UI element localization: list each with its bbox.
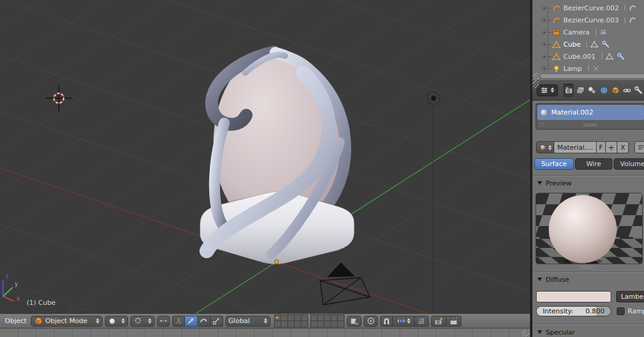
- viewport-canvas[interactable]: [0, 0, 531, 313]
- move-button[interactable]: [185, 316, 198, 327]
- tab-constraints[interactable]: [622, 84, 632, 97]
- expand-icon[interactable]: [541, 29, 548, 36]
- tab-render-layers[interactable]: [575, 84, 585, 97]
- layer-cell[interactable]: [288, 315, 294, 321]
- outliner-row[interactable]: Lamp: [532, 62, 644, 75]
- datablock-extra-button[interactable]: [634, 141, 644, 153]
- ramp-checkbox[interactable]: [617, 307, 625, 315]
- layer-cell[interactable]: [281, 315, 287, 321]
- diffuse-intensity-slider[interactable]: Intensity: 0.800: [536, 306, 611, 316]
- scale-button[interactable]: [210, 316, 223, 327]
- tab-volume[interactable]: Volume: [614, 158, 644, 170]
- mesh-data-icon[interactable]: [605, 52, 614, 61]
- resize-corner[interactable]: [522, 330, 529, 336]
- layer-cell[interactable]: [311, 321, 317, 327]
- tab-world[interactable]: [599, 84, 609, 97]
- layer-cell[interactable]: [281, 321, 287, 327]
- expand-icon[interactable]: [541, 17, 548, 24]
- fake-user-button[interactable]: F: [597, 141, 606, 153]
- layer-cell[interactable]: [295, 321, 301, 327]
- curve-data-icon[interactable]: [628, 4, 637, 12]
- proportional-edit-button[interactable]: [364, 316, 378, 327]
- lock-to-scene-button[interactable]: [347, 316, 361, 327]
- outliner-row[interactable]: BezierCurve.003: [532, 14, 644, 26]
- snap-element-dropdown[interactable]: [393, 316, 415, 327]
- modifier-wrench-icon[interactable]: [602, 40, 610, 48]
- layer-cell[interactable]: [275, 315, 281, 321]
- tab-scene[interactable]: [587, 84, 597, 97]
- specular-section-header[interactable]: Specular: [537, 327, 575, 337]
- expand-icon[interactable]: [541, 53, 548, 60]
- mode-selector[interactable]: Object Mode: [31, 316, 102, 327]
- layers-grid-1[interactable]: [274, 315, 308, 327]
- add-slot-icon[interactable]: [538, 121, 545, 128]
- diffuse-shader-dropdown[interactable]: Lambert: [616, 291, 644, 302]
- outliner-hscrollbar[interactable]: [540, 73, 644, 79]
- layer-cell[interactable]: [331, 321, 337, 327]
- preview-section-header[interactable]: Preview: [537, 178, 572, 188]
- pivot-selector[interactable]: [130, 316, 155, 327]
- viewport-shading-selector[interactable]: [105, 316, 128, 327]
- outliner-row[interactable]: BezierCurve.002: [532, 2, 644, 14]
- layer-cell[interactable]: [318, 321, 324, 327]
- timeline-strip[interactable]: [0, 328, 531, 337]
- 3d-viewport[interactable]: z y x (1) Cube: [0, 0, 531, 313]
- translate-axes-button[interactable]: [172, 316, 185, 327]
- opengl-render-anim-button[interactable]: [446, 316, 461, 327]
- diffuse-color-swatch[interactable]: [536, 291, 611, 302]
- tab-surface[interactable]: Surface: [534, 158, 574, 170]
- lamp-data-icon[interactable]: [592, 64, 600, 73]
- add-material-button[interactable]: +: [606, 141, 617, 153]
- editor-type-selector[interactable]: [537, 84, 558, 96]
- layer-cell[interactable]: [288, 321, 294, 327]
- browse-material-button[interactable]: [536, 141, 554, 153]
- layer-cell[interactable]: [318, 315, 324, 321]
- object-name[interactable]: Lamp: [563, 65, 582, 73]
- expand-icon[interactable]: [541, 41, 548, 48]
- layer-cell[interactable]: [301, 321, 307, 327]
- expand-icon[interactable]: [541, 65, 548, 72]
- tab-modifiers[interactable]: [634, 84, 644, 97]
- resize-corner[interactable]: [532, 80, 539, 88]
- outliner-row[interactable]: Cube.001: [532, 50, 644, 62]
- unlink-material-button[interactable]: X: [617, 141, 629, 153]
- layer-cell[interactable]: [324, 321, 330, 327]
- layer-cell[interactable]: [338, 315, 344, 321]
- outliner-row[interactable]: Camera: [532, 26, 644, 38]
- orientation-selector[interactable]: Global: [226, 316, 270, 327]
- snap-target-button[interactable]: [415, 316, 429, 327]
- material-slot-selected[interactable]: Material.002: [537, 105, 644, 120]
- snap-toggle-button[interactable]: [380, 316, 393, 327]
- outliner-row-selected[interactable]: Cube: [532, 38, 644, 50]
- layer-cell[interactable]: [311, 315, 317, 321]
- resize-corner[interactable]: [533, 73, 539, 79]
- object-name[interactable]: BezierCurve.003: [563, 16, 619, 24]
- layer-cell[interactable]: [275, 321, 281, 327]
- list-resize-grip[interactable]: [583, 124, 597, 127]
- layers-grid-2[interactable]: [310, 315, 344, 327]
- material-name-field[interactable]: Material....: [554, 141, 597, 153]
- opengl-render-button[interactable]: [431, 316, 446, 327]
- object-name[interactable]: Cube: [563, 41, 580, 48]
- tab-wire[interactable]: Wire: [575, 158, 612, 170]
- object-name[interactable]: BezierCurve.002: [563, 4, 619, 12]
- camera-data-icon[interactable]: [599, 28, 608, 36]
- manipulator-toggle-button[interactable]: [157, 316, 170, 327]
- curve-data-icon[interactable]: [628, 16, 637, 24]
- diffuse-section-header[interactable]: Diffuse: [537, 275, 569, 284]
- tab-object[interactable]: [610, 84, 620, 97]
- preview-resize-grip[interactable]: [580, 266, 593, 270]
- mesh-data-icon[interactable]: [590, 40, 599, 48]
- rotate-button[interactable]: [198, 316, 210, 327]
- layer-cell[interactable]: [324, 315, 330, 321]
- modifier-wrench-icon[interactable]: [617, 52, 625, 61]
- layer-cell[interactable]: [301, 315, 307, 321]
- object-name[interactable]: Camera: [563, 28, 589, 36]
- expand-icon[interactable]: [541, 5, 548, 12]
- layer-cell[interactable]: [331, 315, 337, 321]
- object-name[interactable]: Cube.001: [563, 53, 595, 61]
- layer-cell[interactable]: [338, 321, 344, 327]
- layer-cell[interactable]: [295, 315, 301, 321]
- object-menu[interactable]: Object: [3, 317, 29, 325]
- tab-render[interactable]: [563, 84, 574, 97]
